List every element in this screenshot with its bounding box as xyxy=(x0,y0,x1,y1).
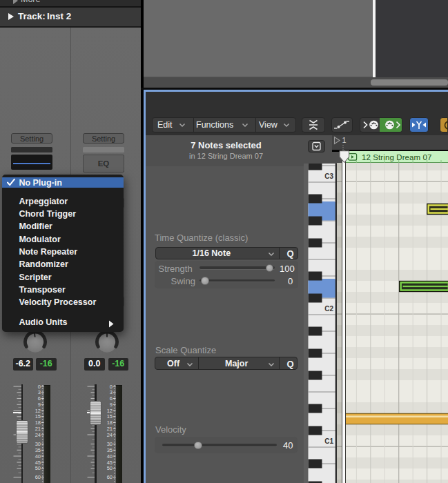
svg-text:60: 60 xyxy=(35,474,41,480)
svg-text:0: 0 xyxy=(38,384,41,390)
svg-text:40: 40 xyxy=(106,453,112,460)
svg-text:18: 18 xyxy=(35,420,41,426)
svg-text:15: 15 xyxy=(106,413,112,420)
svg-text:1: 1 xyxy=(342,135,347,144)
svg-text:30: 30 xyxy=(35,441,41,447)
svg-text:C3: C3 xyxy=(324,172,333,180)
svg-text:C1: C1 xyxy=(324,437,333,445)
svg-text:24: 24 xyxy=(106,432,112,438)
svg-text:18: 18 xyxy=(106,420,112,426)
svg-text:60: 60 xyxy=(106,474,112,480)
svg-text:21: 21 xyxy=(35,426,41,432)
svg-text:C2: C2 xyxy=(324,305,333,313)
svg-text:40: 40 xyxy=(35,453,41,460)
svg-text:9: 9 xyxy=(38,402,41,408)
svg-text:15: 15 xyxy=(35,413,41,420)
svg-text:45: 45 xyxy=(106,460,112,466)
svg-text:0: 0 xyxy=(109,384,112,390)
svg-text:21: 21 xyxy=(106,426,112,432)
svg-text:12: 12 xyxy=(106,408,112,414)
svg-text:6: 6 xyxy=(38,395,41,402)
svg-text:3: 3 xyxy=(38,389,41,395)
svg-text:6: 6 xyxy=(109,395,112,402)
svg-text:3: 3 xyxy=(109,389,112,395)
svg-text:35: 35 xyxy=(35,447,41,453)
svg-text:50: 50 xyxy=(35,465,41,471)
svg-text:12: 12 xyxy=(35,408,41,414)
svg-text:35: 35 xyxy=(106,447,112,453)
svg-text:30: 30 xyxy=(106,441,112,447)
svg-text:45: 45 xyxy=(35,460,41,466)
svg-text:24: 24 xyxy=(35,432,41,438)
svg-text:9: 9 xyxy=(109,402,112,408)
svg-text:50: 50 xyxy=(106,465,112,471)
